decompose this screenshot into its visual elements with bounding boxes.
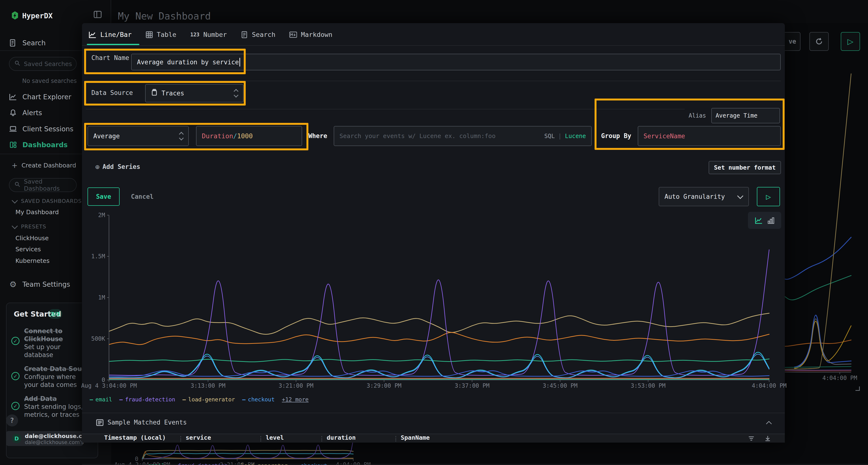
table-icon <box>146 31 153 38</box>
add-series-button[interactable]: ⊕ Add Series <box>95 162 140 171</box>
sidebar-item-kubernetes[interactable]: Kubernetes <box>16 257 50 264</box>
legend-item-fraud-detection[interactable]: fraud-detection <box>119 396 175 403</box>
query-language-toggle[interactable]: SQL | Lucene <box>544 133 586 139</box>
markdown-icon <box>289 31 297 38</box>
sidebar-item-team-settings[interactable]: ⚙ Team Settings <box>0 279 82 290</box>
run-query-button[interactable]: ▷ <box>757 187 780 206</box>
saved-dashboards-input[interactable]: Saved Dashboards <box>9 178 77 192</box>
sidebar-item-dashboards[interactable]: Dashboards <box>0 139 82 150</box>
column-separator[interactable] <box>260 436 261 441</box>
collapse-section-icon[interactable] <box>766 421 772 424</box>
y-tick-label: 2M <box>98 212 105 218</box>
where-input[interactable]: Search your events w/ Lucene ex. column:… <box>334 126 592 146</box>
create-dashboard-button[interactable]: + Create Dashboard <box>11 161 76 170</box>
legend-item-checkout[interactable]: checkout <box>242 396 275 403</box>
x-tick-label: 4:04:00 PM <box>823 375 858 381</box>
check-circle-icon: ✓ <box>11 402 20 410</box>
x-tick-label: 3:53:00 PM <box>631 383 666 389</box>
sidebar-item-client-sessions[interactable]: Client Sessions <box>0 123 82 134</box>
column-header[interactable]: Timestamp (Local) <box>104 434 166 442</box>
legend-dash <box>90 396 93 403</box>
column-separator[interactable] <box>321 436 322 441</box>
get-started-badge: 3/3 <box>48 309 62 319</box>
data-source-select[interactable]: Traces <box>145 84 244 102</box>
step-desc: Set up your database connection <box>24 343 88 359</box>
save-button[interactable]: Save <box>88 188 120 206</box>
page-title: My New Dashboard <box>118 10 211 22</box>
group-by-label: Group By <box>601 126 631 146</box>
group-by-input[interactable]: ServiceName <box>638 126 781 146</box>
sample-events-title: Sample Matched Events <box>107 419 187 427</box>
alias-label: Alias <box>689 112 706 119</box>
field-expression-input[interactable]: Duration/1000 <box>196 126 302 146</box>
legend-dash <box>142 463 146 465</box>
sidebar-item-search[interactable]: Search <box>0 37 82 48</box>
tab-number[interactable]: 123 Number <box>190 31 227 38</box>
cancel-button[interactable]: Cancel <box>128 188 157 206</box>
legend-item-load-generator[interactable]: load-generator <box>183 396 235 403</box>
legend-more-link[interactable]: +12 more <box>282 396 309 403</box>
x-tick-label: 3:21:00 PM <box>279 383 314 389</box>
refresh-icon <box>815 37 824 46</box>
column-header[interactable]: service <box>186 434 211 442</box>
column-header[interactable]: SpanName <box>401 434 430 442</box>
sidebar-item-alerts[interactable]: Alerts <box>0 107 82 118</box>
legend-dash <box>119 396 123 403</box>
plus-icon: + <box>11 161 18 170</box>
data-source-label: Data Source <box>91 89 133 96</box>
preview-chart[interactable]: Aug 4 3:04:00 PM3:13:00 PM3:21:00 PM3:29… <box>109 215 769 380</box>
play-icon: ▷ <box>847 37 854 46</box>
saved-searches-input[interactable]: Saved Searches <box>9 57 77 71</box>
active-tab-underline <box>87 44 140 45</box>
sidebar-item-clickhouse[interactable]: ClickHouse <box>16 235 49 242</box>
download-icon[interactable] <box>764 435 771 442</box>
sidebar-item-services[interactable]: Services <box>16 246 41 253</box>
column-separator[interactable] <box>396 436 396 441</box>
hyperdx-app: HyperDX Search Saved Searches No saved s… <box>0 0 868 465</box>
chart-name-input[interactable]: Average duration by service <box>131 54 781 70</box>
presets-section[interactable]: PRESETS <box>13 224 46 230</box>
aggregation-select[interactable]: Average <box>88 126 189 146</box>
play-icon: ▷ <box>766 192 771 201</box>
sidebar-item-my-dashboard[interactable]: My Dashboard <box>16 209 59 215</box>
legend-dash <box>172 463 175 465</box>
user-menu[interactable]: D dale@clickhouse.c dale@clickhouse.com'… <box>6 431 83 446</box>
column-header[interactable]: level <box>266 434 284 442</box>
page-header <box>111 0 868 23</box>
sidebar-item-chart-explorer[interactable]: Chart Explorer <box>0 91 82 102</box>
help-button[interactable]: ? <box>6 414 18 427</box>
user-email: dale@clickhouse.c <box>25 433 82 439</box>
collapse-sidebar-icon[interactable] <box>94 10 102 19</box>
resize-handle[interactable] <box>856 387 860 391</box>
column-header[interactable]: duration <box>327 434 355 442</box>
divider <box>86 109 685 109</box>
user-email-sub: dale@clickhouse.com's <box>25 439 84 445</box>
tab-search[interactable]: Search <box>241 31 276 38</box>
legend-dash <box>242 396 245 403</box>
chart-name-label: Chart Name <box>91 54 129 61</box>
tab-table[interactable]: Table <box>146 31 176 38</box>
tab-markdown[interactable]: Markdown <box>289 31 332 38</box>
step-title: Add Data <box>24 395 88 403</box>
separator: | <box>558 133 562 139</box>
filter-icon[interactable] <box>748 435 755 442</box>
granularity-select[interactable]: Auto Granularity <box>659 187 749 206</box>
saved-dashboards-section[interactable]: SAVED DASHBOARDS <box>13 198 82 204</box>
plus-circle-icon: ⊕ <box>95 163 100 171</box>
legend-dash <box>294 463 298 465</box>
alias-input[interactable]: Average Time <box>711 108 780 123</box>
avatar: D <box>12 434 21 443</box>
legend-item-email[interactable]: email <box>90 396 112 403</box>
y-tick-label: 1M <box>98 295 105 300</box>
step-title: Connect to ClickHouse <box>24 327 88 343</box>
x-tick-label: Aug 4 3:04:00 PM <box>81 383 137 389</box>
divider <box>86 81 781 81</box>
check-circle-icon: ✓ <box>11 337 20 345</box>
chart-type-tabs: Line/Bar Table 123 Number Search Markdow… <box>89 31 332 38</box>
text-cursor <box>240 58 240 66</box>
tab-line-bar[interactable]: Line/Bar <box>89 31 132 38</box>
refresh-button[interactable] <box>809 32 829 51</box>
column-separator[interactable] <box>180 436 181 441</box>
run-query-button-top[interactable]: ▷ <box>841 32 860 51</box>
set-number-format-button[interactable]: Set number format <box>709 161 781 174</box>
